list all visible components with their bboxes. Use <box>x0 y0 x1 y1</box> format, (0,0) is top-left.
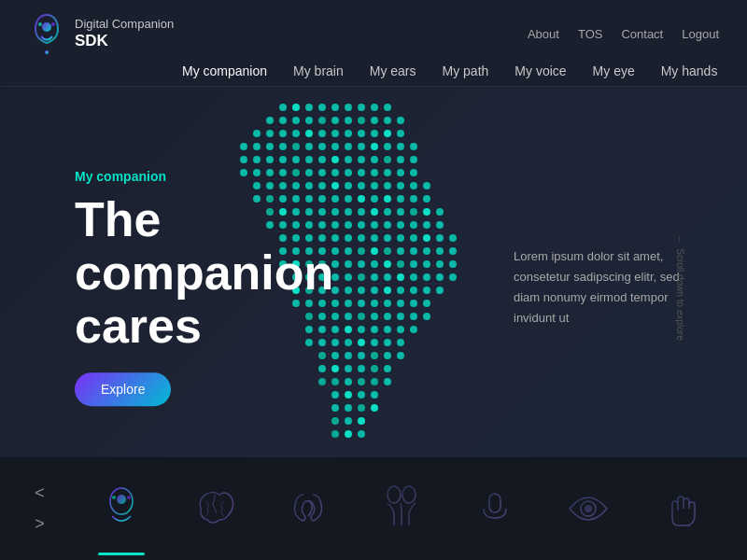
carousel-arrows: < > <box>0 483 65 534</box>
svg-point-2 <box>51 22 55 26</box>
carousel-icon-brain <box>187 481 243 537</box>
svg-point-1 <box>38 22 42 26</box>
hero-content: My companion The companion cares Explore <box>75 169 333 406</box>
carousel-icon-path <box>374 481 430 537</box>
nav-my-hands[interactable]: My hands <box>661 63 718 78</box>
main-navigation: My companion My brain My ears My path My… <box>0 56 747 87</box>
svg-point-6 <box>117 495 126 504</box>
logo-text: Digital Companion SDK <box>75 17 174 50</box>
nav-my-brain[interactable]: My brain <box>293 63 344 78</box>
svg-point-0 <box>42 22 51 32</box>
nav-my-voice[interactable]: My voice <box>514 63 566 78</box>
carousel-icon-voice <box>467 481 523 537</box>
carousel-item-eye[interactable] <box>551 471 626 546</box>
carousel-item-companion[interactable] <box>84 471 159 546</box>
carousel-icon-hands <box>654 481 710 537</box>
top-navigation: About TOS Contact Logout <box>528 27 719 41</box>
svg-point-11 <box>402 486 416 503</box>
logo: Digital Companion SDK <box>28 10 174 57</box>
explore-button[interactable]: Explore <box>75 372 171 406</box>
carousel <box>65 471 747 546</box>
nav-my-eye[interactable]: My eye <box>593 63 635 78</box>
carousel-item-brain[interactable] <box>177 471 252 546</box>
bottom-bar: < > <box>0 457 747 560</box>
svg-rect-12 <box>489 494 500 512</box>
nav-my-ears[interactable]: My ears <box>370 63 416 78</box>
nav-my-path[interactable]: My path <box>443 63 489 78</box>
carousel-icon-companion <box>93 481 149 537</box>
logo-sdk: SDK <box>75 32 174 50</box>
scroll-indicator: Scroll down to explore <box>675 234 685 340</box>
hero-side-text: Lorem ipsum dolor sit amet, consetetur s… <box>514 246 700 329</box>
svg-point-16 <box>585 505 592 512</box>
prev-arrow[interactable]: < <box>35 483 45 503</box>
hero-section: My companion The companion cares Explore… <box>0 87 747 488</box>
carousel-item-ears[interactable] <box>271 471 345 546</box>
next-arrow[interactable]: > <box>35 514 45 534</box>
top-nav-tos[interactable]: TOS <box>578 27 603 41</box>
carousel-item-voice[interactable] <box>458 471 532 546</box>
nav-my-companion[interactable]: My companion <box>182 63 267 78</box>
top-nav-contact[interactable]: Contact <box>621 27 663 41</box>
header: Digital Companion SDK About TOS Contact … <box>0 0 747 56</box>
carousel-item-path[interactable] <box>364 471 439 546</box>
logo-top-line: Digital Companion <box>75 17 174 32</box>
svg-point-10 <box>388 486 401 503</box>
svg-point-4 <box>45 50 49 54</box>
hero-title: The companion cares <box>75 193 333 354</box>
top-nav-about[interactable]: About <box>528 27 559 41</box>
carousel-item-hands[interactable] <box>644 471 719 546</box>
hero-tag: My companion <box>75 169 333 184</box>
carousel-icon-eye <box>560 481 616 537</box>
top-nav-logout[interactable]: Logout <box>682 27 719 41</box>
svg-point-7 <box>112 496 116 499</box>
carousel-icon-ears <box>280 481 336 537</box>
svg-point-8 <box>127 496 131 499</box>
